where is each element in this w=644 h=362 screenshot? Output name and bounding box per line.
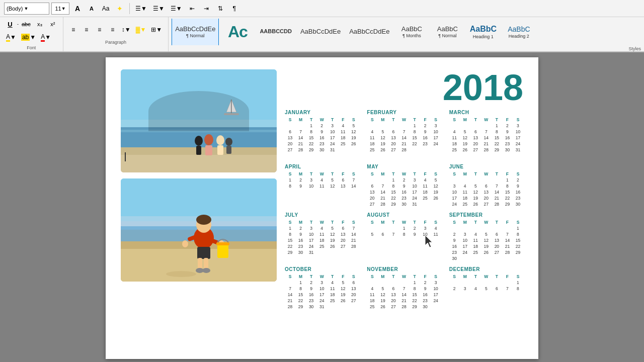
cal-day: . xyxy=(338,249,348,255)
cal-header: T xyxy=(388,274,398,280)
document-page: 2018 JANUARYSMTWTFS..1234567891011121314… xyxy=(106,57,538,359)
cal-day: 31 xyxy=(327,147,338,153)
cal-header: T xyxy=(492,171,502,177)
decrease-indent-button[interactable]: ⇤ xyxy=(186,3,198,15)
font-size-selector[interactable]: 11 ▼ xyxy=(51,3,69,15)
clear-formatting-button[interactable]: ✦ xyxy=(114,3,126,15)
cal-day: 8 xyxy=(285,183,295,189)
cal-day: 26 xyxy=(377,304,388,310)
strikethrough-button[interactable]: abc xyxy=(20,18,33,30)
style-heading2[interactable]: AaBbC Heading 2 xyxy=(502,19,536,45)
cal-header: T xyxy=(306,171,316,177)
show-formatting-button[interactable]: ¶ xyxy=(228,3,240,15)
cal-day: 17 xyxy=(316,292,327,298)
style-heading1-b[interactable]: AaBbCcDdEe xyxy=(346,19,393,45)
month-block-february: FEBRUARYSMTWTFS....123456789101112131415… xyxy=(367,110,441,159)
cal-day: 9 xyxy=(306,286,316,292)
cal-day: . xyxy=(327,249,338,255)
cal-day: 7 xyxy=(285,286,295,292)
cal-day: . xyxy=(492,255,502,261)
cal-day: 12 xyxy=(377,292,388,298)
cal-day: 12 xyxy=(470,189,481,195)
bold-button[interactable]: U xyxy=(4,18,16,30)
cal-header: S xyxy=(348,219,359,225)
bullet-list-button[interactable]: ☰▼ xyxy=(133,3,149,15)
style-months[interactable]: AaBbC ¶ Months xyxy=(394,19,429,45)
cal-header: F xyxy=(338,171,348,177)
align-center-button[interactable]: ≡ xyxy=(80,24,93,36)
multilevel-list-button[interactable]: ☰▼ xyxy=(169,3,184,15)
cal-day: 20 xyxy=(285,141,295,147)
cal-day: 10 xyxy=(327,129,338,135)
align-right-button[interactable]: ≡ xyxy=(94,24,106,36)
cal-day: 25 xyxy=(316,243,327,249)
cal-day: 28 xyxy=(348,243,359,249)
font-shrink-button[interactable]: A xyxy=(86,3,98,15)
cal-day: 23 xyxy=(420,141,431,147)
justify-button[interactable]: ≡ xyxy=(107,24,119,36)
sort-button[interactable]: ⇅ xyxy=(214,3,226,15)
line-spacing-button[interactable]: ↕▼ xyxy=(120,24,133,36)
style-normal[interactable]: AaBbCcDdEe ¶ Normal xyxy=(172,19,219,45)
align-left-button[interactable]: ≡ xyxy=(67,24,79,36)
cal-day: 1 xyxy=(306,123,316,129)
cal-day: 13 xyxy=(388,135,398,141)
cal-day: 3 xyxy=(513,123,523,129)
cal-day: 25 xyxy=(420,195,431,201)
font-case-button[interactable]: Aa xyxy=(100,3,112,15)
svg-rect-8 xyxy=(224,113,239,115)
cal-day: 9 xyxy=(449,237,460,243)
cal-header: F xyxy=(338,219,348,225)
cal-header: T xyxy=(327,219,338,225)
cal-header: S xyxy=(367,274,377,280)
cal-day: 20 xyxy=(388,298,398,304)
month-block-january: JANUARYSMTWTFS..123456789101112131415161… xyxy=(285,110,359,159)
cal-day: 5 xyxy=(327,225,338,231)
cal-day: 27 xyxy=(338,243,348,249)
superscript-button[interactable]: x² xyxy=(47,18,59,30)
cal-grid: SMTWTFS123456789101112131415161718192021… xyxy=(285,219,359,255)
borders-button[interactable]: ⊞▼ xyxy=(149,24,164,36)
cal-day: 3 xyxy=(449,183,460,189)
shading-button[interactable]: ▓▼ xyxy=(134,24,148,36)
month-block-july: JULYSMTWTFS12345678910111213141516171819… xyxy=(285,212,359,261)
highlight-button[interactable]: ab▼ xyxy=(19,31,38,43)
cal-day: . xyxy=(492,177,502,183)
cal-day: 5 xyxy=(470,183,481,189)
cal-day: 5 xyxy=(431,177,441,183)
cal-day: 28 xyxy=(398,147,409,153)
style-no-spacing[interactable]: AABBCCDD xyxy=(256,19,295,45)
month-name: APRIL xyxy=(285,164,359,169)
cal-day: . xyxy=(492,280,502,286)
style-heading1[interactable]: AaBbC Heading 1 xyxy=(466,19,500,45)
cal-day: 11 xyxy=(327,286,338,292)
cal-header: S xyxy=(285,274,295,280)
cal-day: 9 xyxy=(398,183,409,189)
cal-day: 22 xyxy=(410,298,420,304)
cal-day: 7 xyxy=(348,225,359,231)
cal-day: 17 xyxy=(513,135,523,141)
cal-day: 22 xyxy=(502,195,513,201)
font-grow-button[interactable]: A xyxy=(71,3,84,15)
subscript-button[interactable]: x₂ xyxy=(34,18,46,30)
font-color-button[interactable]: A▼ xyxy=(4,31,18,43)
style-heading1-a[interactable]: AaBbCcDdEe xyxy=(297,19,344,45)
cal-header: S xyxy=(285,171,295,177)
numbered-list-button[interactable]: ☰▼ xyxy=(151,3,167,15)
increase-indent-button[interactable]: ⇥ xyxy=(200,3,212,15)
cal-day: 14 xyxy=(492,189,502,195)
cal-header: T xyxy=(470,171,481,177)
cal-day: 1 xyxy=(285,177,295,183)
cal-day: 26 xyxy=(481,249,492,255)
svg-rect-17 xyxy=(125,152,126,161)
cal-header: T xyxy=(388,219,398,225)
style-ac[interactable]: Ac xyxy=(220,19,255,45)
cal-day: 20 xyxy=(470,141,481,147)
cal-header: T xyxy=(470,219,481,225)
text-color-button[interactable]: A▼ xyxy=(39,31,53,43)
style-normal2[interactable]: AaBbC ¶ Normal xyxy=(430,19,464,45)
font-name-selector[interactable]: (Body) ▼ xyxy=(4,3,49,15)
cal-day: . xyxy=(449,280,460,286)
cal-day: 9 xyxy=(295,231,306,237)
cal-day: 16 xyxy=(420,135,431,141)
